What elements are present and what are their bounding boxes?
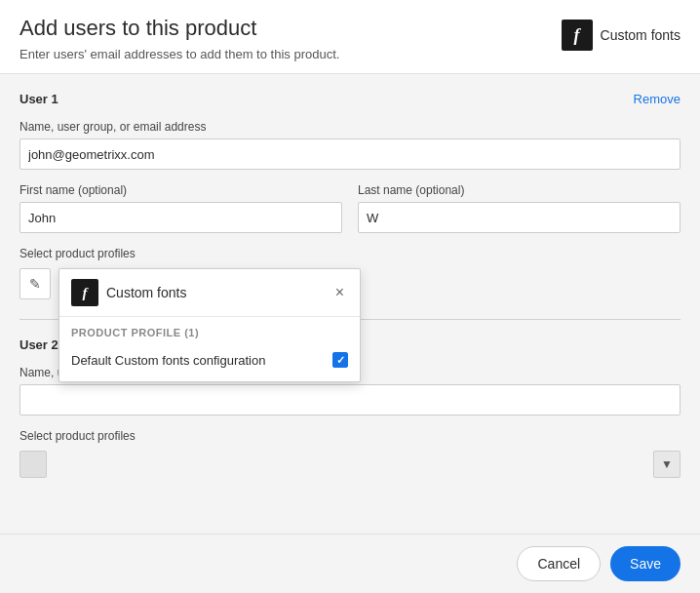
user1-section: User 1 Remove Name, user group, or email…	[19, 92, 681, 299]
user1-name-row: First name (optional) Last name (optiona…	[19, 183, 681, 233]
user1-section-title: User 1	[19, 92, 58, 106]
dropdown-body: PRODUCT PROFILE (1) Default Custom fonts…	[59, 317, 360, 381]
user1-lastname-input[interactable]	[358, 202, 681, 233]
page-footer: Cancel Save	[0, 534, 700, 593]
user1-firstname-input[interactable]	[19, 202, 342, 233]
user1-section-header: User 1 Remove	[19, 92, 681, 106]
user1-profile-selector-row: ✎ f Custom fonts × PRODUCT PR	[19, 268, 681, 299]
user1-email-label: Name, user group, or email address	[19, 120, 681, 134]
dropdown-header-left: f Custom fonts	[71, 279, 186, 306]
save-button[interactable]: Save	[610, 546, 681, 581]
user1-lastname-group: Last name (optional)	[358, 183, 681, 233]
user1-profiles-label: Select product profiles	[19, 247, 681, 260]
product-profiles-dropdown: f Custom fonts × PRODUCT PROFILE (1) Def…	[58, 268, 361, 382]
chevron-down-icon: ▼	[661, 457, 673, 471]
page-header: Add users to this product Enter users' e…	[0, 0, 700, 74]
profile-checkbox[interactable]	[332, 352, 348, 368]
remove-user1-link[interactable]: Remove	[634, 92, 681, 106]
page-title: Add users to this product	[19, 16, 339, 41]
dropdown-header: f Custom fonts ×	[59, 269, 360, 317]
profile-item-name: Default Custom fonts configuration	[71, 353, 265, 368]
header-right: f Custom fonts	[562, 20, 681, 51]
pencil-icon: ✎	[29, 276, 41, 292]
user1-email-group: Name, user group, or email address	[19, 120, 681, 170]
main-container: Add users to this product Enter users' e…	[0, 0, 700, 593]
user1-firstname-label: First name (optional)	[19, 183, 342, 197]
user2-profiles-row: ▼	[19, 451, 681, 478]
scroll-area[interactable]: User 1 Remove Name, user group, or email…	[0, 74, 700, 534]
user2-profile-placeholder	[19, 451, 47, 478]
app-icon: f	[562, 20, 593, 51]
page-subtitle: Enter users' email addresses to add them…	[19, 47, 339, 61]
dropdown-app-icon: f	[71, 279, 98, 306]
profile-item: Default Custom fonts configuration	[71, 348, 348, 372]
user2-dropdown-arrow-button[interactable]: ▼	[653, 451, 681, 478]
user1-lastname-label: Last name (optional)	[358, 183, 681, 197]
header-left: Add users to this product Enter users' e…	[19, 16, 339, 61]
user2-section-title: User 2	[19, 337, 58, 352]
dropdown-title: Custom fonts	[106, 285, 186, 300]
cancel-button[interactable]: Cancel	[517, 546, 601, 581]
user2-email-input[interactable]	[19, 384, 681, 415]
app-icon-letter: f	[574, 25, 580, 46]
dropdown-icon-letter: f	[83, 285, 88, 301]
user1-edit-profiles-button[interactable]: ✎	[19, 268, 51, 299]
user1-email-input[interactable]	[19, 138, 681, 170]
product-profile-section-label: PRODUCT PROFILE (1)	[71, 327, 348, 338]
user1-firstname-group: First name (optional)	[19, 183, 342, 233]
app-name-label: Custom fonts	[601, 27, 681, 43]
dropdown-close-button[interactable]: ×	[331, 283, 348, 302]
user2-profiles-label: Select product profiles	[19, 429, 681, 443]
